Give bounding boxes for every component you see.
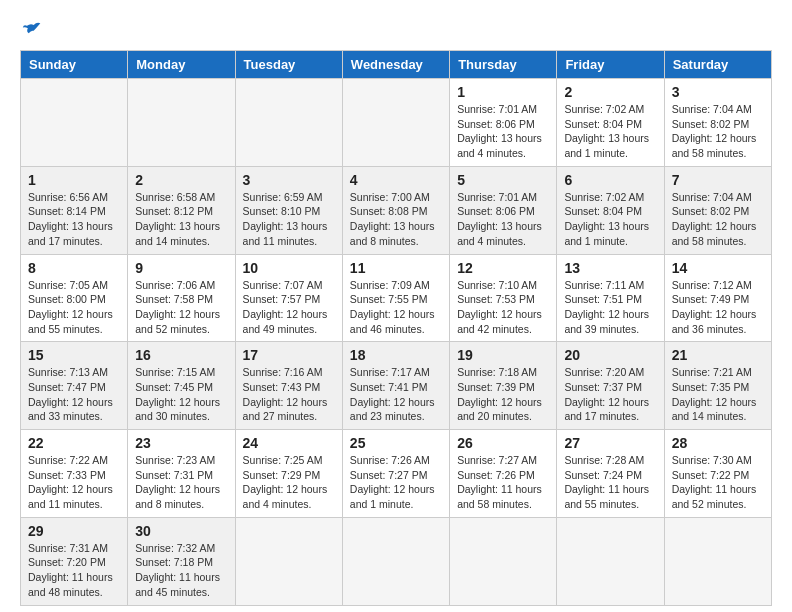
calendar-cell: 27Sunrise: 7:28 AMSunset: 7:24 PMDayligh… bbox=[557, 430, 664, 518]
weekday-header-monday: Monday bbox=[128, 51, 235, 79]
calendar-cell bbox=[557, 517, 664, 605]
calendar-cell: 28Sunrise: 7:30 AMSunset: 7:22 PMDayligh… bbox=[664, 430, 771, 518]
day-number: 16 bbox=[135, 347, 227, 363]
calendar-cell: 16Sunrise: 7:15 AMSunset: 7:45 PMDayligh… bbox=[128, 342, 235, 430]
day-number: 26 bbox=[457, 435, 549, 451]
calendar-cell: 19Sunrise: 7:18 AMSunset: 7:39 PMDayligh… bbox=[450, 342, 557, 430]
calendar-cell: 4Sunrise: 7:00 AMSunset: 8:08 PMDaylight… bbox=[342, 166, 449, 254]
weekday-header-saturday: Saturday bbox=[664, 51, 771, 79]
day-number: 1 bbox=[28, 172, 120, 188]
day-info: Sunrise: 7:22 AMSunset: 7:33 PMDaylight:… bbox=[28, 453, 120, 512]
day-number: 3 bbox=[672, 84, 764, 100]
weekday-header-thursday: Thursday bbox=[450, 51, 557, 79]
day-info: Sunrise: 7:04 AMSunset: 8:02 PMDaylight:… bbox=[672, 190, 764, 249]
day-number: 27 bbox=[564, 435, 656, 451]
day-info: Sunrise: 7:26 AMSunset: 7:27 PMDaylight:… bbox=[350, 453, 442, 512]
day-info: Sunrise: 7:31 AMSunset: 7:20 PMDaylight:… bbox=[28, 541, 120, 600]
day-number: 17 bbox=[243, 347, 335, 363]
day-info: Sunrise: 7:06 AMSunset: 7:58 PMDaylight:… bbox=[135, 278, 227, 337]
day-number: 23 bbox=[135, 435, 227, 451]
calendar-cell bbox=[128, 79, 235, 167]
calendar-cell: 13Sunrise: 7:11 AMSunset: 7:51 PMDayligh… bbox=[557, 254, 664, 342]
calendar-cell: 12Sunrise: 7:10 AMSunset: 7:53 PMDayligh… bbox=[450, 254, 557, 342]
day-number: 2 bbox=[564, 84, 656, 100]
calendar-cell: 1Sunrise: 7:01 AMSunset: 8:06 PMDaylight… bbox=[450, 79, 557, 167]
calendar-cell: 7Sunrise: 7:04 AMSunset: 8:02 PMDaylight… bbox=[664, 166, 771, 254]
day-number: 15 bbox=[28, 347, 120, 363]
day-number: 7 bbox=[672, 172, 764, 188]
day-info: Sunrise: 7:25 AMSunset: 7:29 PMDaylight:… bbox=[243, 453, 335, 512]
calendar-week-row: 1Sunrise: 6:56 AMSunset: 8:14 PMDaylight… bbox=[21, 166, 772, 254]
day-number: 19 bbox=[457, 347, 549, 363]
day-info: Sunrise: 7:00 AMSunset: 8:08 PMDaylight:… bbox=[350, 190, 442, 249]
calendar-cell: 2Sunrise: 6:58 AMSunset: 8:12 PMDaylight… bbox=[128, 166, 235, 254]
day-info: Sunrise: 7:30 AMSunset: 7:22 PMDaylight:… bbox=[672, 453, 764, 512]
day-info: Sunrise: 7:12 AMSunset: 7:49 PMDaylight:… bbox=[672, 278, 764, 337]
logo bbox=[20, 20, 42, 40]
calendar-cell bbox=[342, 79, 449, 167]
calendar-cell: 6Sunrise: 7:02 AMSunset: 8:04 PMDaylight… bbox=[557, 166, 664, 254]
calendar-cell bbox=[21, 79, 128, 167]
day-number: 30 bbox=[135, 523, 227, 539]
day-number: 9 bbox=[135, 260, 227, 276]
day-info: Sunrise: 7:16 AMSunset: 7:43 PMDaylight:… bbox=[243, 365, 335, 424]
calendar-cell: 25Sunrise: 7:26 AMSunset: 7:27 PMDayligh… bbox=[342, 430, 449, 518]
day-number: 14 bbox=[672, 260, 764, 276]
day-number: 22 bbox=[28, 435, 120, 451]
calendar-cell bbox=[235, 79, 342, 167]
day-info: Sunrise: 7:20 AMSunset: 7:37 PMDaylight:… bbox=[564, 365, 656, 424]
day-info: Sunrise: 7:15 AMSunset: 7:45 PMDaylight:… bbox=[135, 365, 227, 424]
weekday-header-row: SundayMondayTuesdayWednesdayThursdayFrid… bbox=[21, 51, 772, 79]
calendar-week-row: 22Sunrise: 7:22 AMSunset: 7:33 PMDayligh… bbox=[21, 430, 772, 518]
weekday-header-friday: Friday bbox=[557, 51, 664, 79]
day-number: 28 bbox=[672, 435, 764, 451]
day-info: Sunrise: 7:07 AMSunset: 7:57 PMDaylight:… bbox=[243, 278, 335, 337]
calendar-cell: 17Sunrise: 7:16 AMSunset: 7:43 PMDayligh… bbox=[235, 342, 342, 430]
calendar-cell: 30Sunrise: 7:32 AMSunset: 7:18 PMDayligh… bbox=[128, 517, 235, 605]
day-info: Sunrise: 7:21 AMSunset: 7:35 PMDaylight:… bbox=[672, 365, 764, 424]
day-info: Sunrise: 7:13 AMSunset: 7:47 PMDaylight:… bbox=[28, 365, 120, 424]
day-info: Sunrise: 7:09 AMSunset: 7:55 PMDaylight:… bbox=[350, 278, 442, 337]
day-number: 24 bbox=[243, 435, 335, 451]
calendar-cell bbox=[235, 517, 342, 605]
calendar-cell bbox=[664, 517, 771, 605]
calendar-week-row: 8Sunrise: 7:05 AMSunset: 8:00 PMDaylight… bbox=[21, 254, 772, 342]
calendar-cell: 24Sunrise: 7:25 AMSunset: 7:29 PMDayligh… bbox=[235, 430, 342, 518]
page-header bbox=[20, 20, 772, 40]
calendar-table: SundayMondayTuesdayWednesdayThursdayFrid… bbox=[20, 50, 772, 606]
day-info: Sunrise: 6:59 AMSunset: 8:10 PMDaylight:… bbox=[243, 190, 335, 249]
calendar-cell: 21Sunrise: 7:21 AMSunset: 7:35 PMDayligh… bbox=[664, 342, 771, 430]
day-number: 11 bbox=[350, 260, 442, 276]
day-info: Sunrise: 7:17 AMSunset: 7:41 PMDaylight:… bbox=[350, 365, 442, 424]
day-number: 20 bbox=[564, 347, 656, 363]
day-info: Sunrise: 7:05 AMSunset: 8:00 PMDaylight:… bbox=[28, 278, 120, 337]
calendar-cell: 14Sunrise: 7:12 AMSunset: 7:49 PMDayligh… bbox=[664, 254, 771, 342]
day-number: 13 bbox=[564, 260, 656, 276]
day-number: 12 bbox=[457, 260, 549, 276]
day-number: 6 bbox=[564, 172, 656, 188]
calendar-week-row: 15Sunrise: 7:13 AMSunset: 7:47 PMDayligh… bbox=[21, 342, 772, 430]
weekday-header-sunday: Sunday bbox=[21, 51, 128, 79]
day-number: 5 bbox=[457, 172, 549, 188]
day-info: Sunrise: 6:56 AMSunset: 8:14 PMDaylight:… bbox=[28, 190, 120, 249]
calendar-cell bbox=[342, 517, 449, 605]
day-number: 4 bbox=[350, 172, 442, 188]
calendar-cell: 3Sunrise: 6:59 AMSunset: 8:10 PMDaylight… bbox=[235, 166, 342, 254]
weekday-header-wednesday: Wednesday bbox=[342, 51, 449, 79]
calendar-cell: 20Sunrise: 7:20 AMSunset: 7:37 PMDayligh… bbox=[557, 342, 664, 430]
calendar-cell: 22Sunrise: 7:22 AMSunset: 7:33 PMDayligh… bbox=[21, 430, 128, 518]
day-number: 1 bbox=[457, 84, 549, 100]
day-info: Sunrise: 6:58 AMSunset: 8:12 PMDaylight:… bbox=[135, 190, 227, 249]
day-info: Sunrise: 7:18 AMSunset: 7:39 PMDaylight:… bbox=[457, 365, 549, 424]
day-number: 18 bbox=[350, 347, 442, 363]
calendar-cell: 9Sunrise: 7:06 AMSunset: 7:58 PMDaylight… bbox=[128, 254, 235, 342]
day-info: Sunrise: 7:28 AMSunset: 7:24 PMDaylight:… bbox=[564, 453, 656, 512]
logo-bird-icon bbox=[22, 20, 42, 40]
calendar-cell bbox=[450, 517, 557, 605]
calendar-cell: 2Sunrise: 7:02 AMSunset: 8:04 PMDaylight… bbox=[557, 79, 664, 167]
day-number: 21 bbox=[672, 347, 764, 363]
calendar-cell: 5Sunrise: 7:01 AMSunset: 8:06 PMDaylight… bbox=[450, 166, 557, 254]
day-number: 2 bbox=[135, 172, 227, 188]
day-info: Sunrise: 7:02 AMSunset: 8:04 PMDaylight:… bbox=[564, 102, 656, 161]
calendar-week-row: 1Sunrise: 7:01 AMSunset: 8:06 PMDaylight… bbox=[21, 79, 772, 167]
